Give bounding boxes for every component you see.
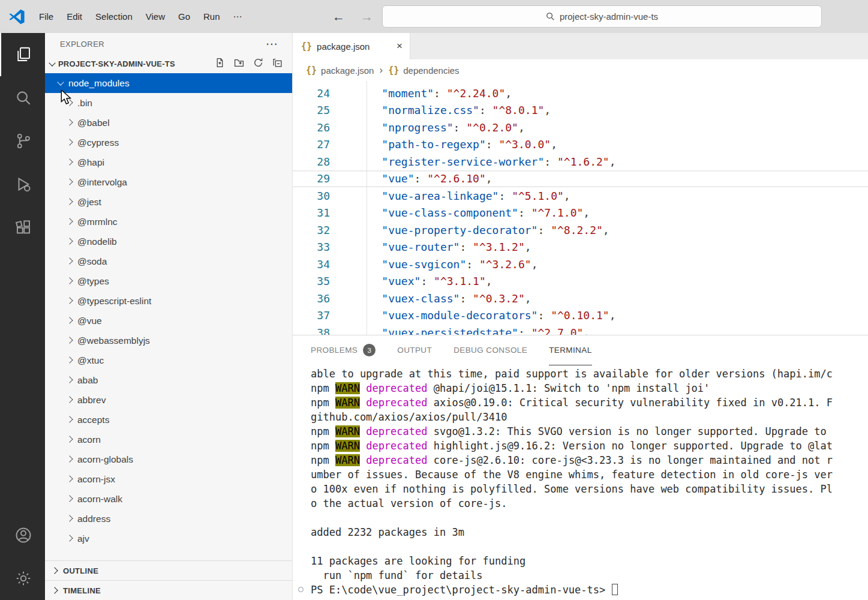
tree-item-acorn-walk[interactable]: acorn-walk (45, 489, 292, 509)
json-colon: : (453, 121, 467, 134)
tree-item-cypress[interactable]: @cypress (45, 133, 292, 152)
tree-item-babel[interactable]: @babel (45, 113, 292, 133)
settings-icon[interactable] (0, 557, 45, 600)
breadcrumb-item-packagejson[interactable]: package.json (321, 65, 374, 76)
panel-tab-terminal[interactable]: TERMINAL (549, 335, 591, 365)
tab-close-icon[interactable]: × (397, 40, 403, 52)
extensions-icon[interactable] (0, 206, 45, 249)
menu-item-run[interactable]: Run (197, 8, 227, 25)
breadcrumb-item-dependencies[interactable]: dependencies (403, 65, 459, 76)
menu-item-view[interactable]: View (139, 8, 172, 25)
code-text: "vuex": "^3.1.1", (356, 275, 492, 287)
json-value: "^2.7.0" (531, 326, 584, 335)
tree-item-hapi[interactable]: @hapi (45, 152, 292, 172)
tree-item-abbrev[interactable]: abbrev (45, 390, 292, 410)
explorer-icon[interactable] (0, 33, 45, 76)
line-number: 38 (293, 326, 330, 335)
menu-item-edit[interactable]: Edit (60, 8, 89, 25)
nav-back-button[interactable]: ← (329, 8, 349, 25)
tree-item-xtuc[interactable]: @xtuc (45, 350, 292, 370)
tree-item-typescript-eslint[interactable]: @typescript-eslint (45, 291, 292, 311)
tree-item-jest[interactable]: @jest (45, 192, 292, 212)
line-number: 27 (293, 138, 330, 151)
chevron-right-icon (66, 277, 73, 284)
tree-item-types[interactable]: @types (45, 271, 292, 291)
tree-item-webassemblyjs[interactable]: @webassemblyjs (45, 331, 292, 350)
json-colon: : (466, 258, 479, 271)
panel-tab-problems[interactable]: PROBLEMS3 (311, 335, 376, 365)
chevron-right-icon (51, 587, 58, 593)
tree-item-mrmlnc[interactable]: @mrmlnc (45, 212, 292, 232)
panel-tab-debug-console[interactable]: DEBUG CONSOLE (453, 335, 527, 365)
terminal-text (360, 440, 366, 452)
chevron-right-icon (66, 376, 73, 383)
chevron-right-icon (66, 356, 73, 363)
command-center-search[interactable]: project-sky-admin-vue-ts (382, 5, 822, 28)
json-key: "normalize.css" (382, 104, 479, 116)
terminal-output[interactable]: able to upgrade at this time, paid suppo… (293, 367, 868, 600)
tree-item-acorn-globals[interactable]: acorn-globals (45, 449, 292, 469)
panel-tab-label: DEBUG CONSOLE (453, 346, 527, 355)
menu-item-selection[interactable]: Selection (89, 8, 139, 25)
sidebar-panel-timeline[interactable]: TIMELINE (45, 580, 292, 600)
tree-item-node_modules[interactable]: node_modules (45, 73, 292, 93)
terminal-text: npm (311, 454, 335, 466)
menu-bar: FileEditSelectionViewGoRun⋯ (32, 8, 249, 26)
json-key: "vuex-module-decorators" (382, 309, 537, 322)
sidebar-panel-outline[interactable]: OUTLINE (45, 560, 292, 580)
json-value: "^5.1.0" (512, 190, 564, 202)
explorer-section-header[interactable]: PROJECT-SKY-ADMIN-VUE-TS (45, 55, 292, 73)
source-control-icon[interactable] (0, 119, 45, 163)
json-comma: , (525, 292, 531, 305)
json-comma: , (486, 172, 492, 185)
new-folder-icon[interactable] (234, 58, 244, 70)
terminal-line: added 2232 packages in 3m (311, 525, 868, 539)
deprecated-text: deprecated (366, 454, 427, 466)
tree-item-acorn-jsx[interactable]: acorn-jsx (45, 469, 292, 489)
json-comma: , (531, 258, 538, 271)
terminal-line: npm WARN deprecated highlight.js@9.16.2:… (311, 439, 868, 453)
code-line-26: 26 "nprogress": "^0.2.0", (293, 119, 868, 136)
terminal-line: o the actual version of core-js. (311, 496, 868, 511)
tree-item-soda[interactable]: @soda (45, 251, 292, 271)
tree-item-acorn[interactable]: acorn (45, 430, 292, 449)
tree-item-address[interactable]: address (45, 509, 292, 529)
refresh-icon[interactable] (253, 58, 263, 70)
code-editor[interactable]: 24 "moment": "^2.24.0",25 "normalize.css… (293, 81, 868, 335)
terminal-text: core-js@2.6.10: core-js@<3.23.3 is no lo… (428, 454, 833, 466)
line-number: 28 (293, 155, 330, 168)
sidebar-more-actions-button[interactable]: ⋯ (266, 37, 279, 51)
run-debug-icon[interactable] (0, 163, 45, 206)
code-text: "vue-class-component": "^7.1.0", (356, 206, 590, 219)
chevron-right-icon (66, 218, 73, 224)
search-icon[interactable] (0, 76, 45, 119)
chevron-right-icon (66, 396, 73, 403)
tree-item-abab[interactable]: abab (45, 370, 292, 390)
tree-item-accepts[interactable]: accepts (45, 410, 292, 430)
code-line-34: 34 "vue-svgicon": "^3.2.6", (293, 256, 868, 273)
account-icon[interactable] (0, 514, 45, 557)
json-colon: : (518, 326, 531, 335)
nav-forward-button[interactable]: → (357, 8, 377, 25)
tree-item-vue[interactable]: @vue (45, 311, 292, 331)
tree-item-ajv[interactable]: ajv (45, 529, 292, 548)
code-line-24: 24 "moment": "^2.24.0", (293, 85, 868, 102)
tree-item-.bin[interactable]: .bin (45, 93, 292, 113)
menu-item-file[interactable]: File (32, 8, 60, 25)
tab-package-json[interactable]: {} package.json × (293, 33, 410, 59)
json-symbol-icon: {} (388, 65, 399, 76)
chevron-right-icon (66, 297, 73, 304)
collapse-all-icon[interactable] (272, 58, 283, 70)
vscode-window: FileEditSelectionViewGoRun⋯ ← → project-… (0, 0, 868, 600)
menu-item-go[interactable]: Go (172, 8, 197, 25)
panel-tab-output[interactable]: OUTPUT (397, 335, 432, 365)
tree-item-intervolga[interactable]: @intervolga (45, 172, 292, 192)
tree-item-nodelib[interactable]: @nodelib (45, 232, 292, 251)
menu-item-more[interactable]: ⋯ (227, 8, 249, 26)
command-decoration-icon[interactable] (298, 587, 304, 592)
terminal-text: able to upgrade at this time, paid suppo… (311, 368, 833, 380)
new-file-icon[interactable] (215, 58, 225, 70)
activity-bar-bottom (0, 514, 45, 600)
json-comma: , (583, 206, 590, 219)
json-value: "^7.1.0" (531, 206, 584, 219)
